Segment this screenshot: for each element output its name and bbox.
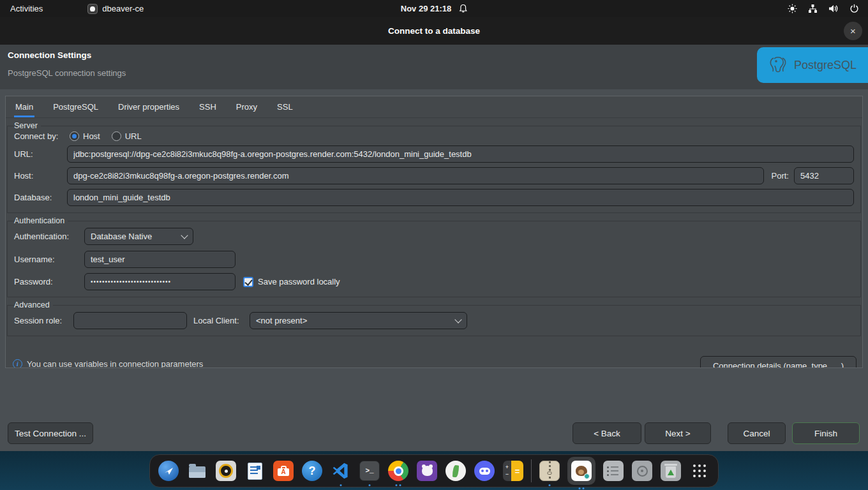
info-icon: i [13, 359, 22, 368]
local-client-select[interactable]: <not present> [250, 312, 467, 329]
host-label: Host: [14, 171, 67, 181]
next-button[interactable]: Next > [645, 422, 711, 444]
activities-button[interactable]: Activities [10, 4, 43, 13]
database-label: Database: [14, 193, 67, 202]
dialog-title: Connect to a database [388, 26, 480, 36]
thunderbird-icon[interactable] [158, 460, 179, 482]
radio-connect-by-host[interactable]: Host [70, 131, 100, 141]
dbeaver-icon[interactable] [567, 457, 595, 485]
clock-label: Nov 29 21:18 [401, 4, 452, 13]
libreoffice-writer-icon[interactable] [244, 460, 266, 482]
dialog-titlebar[interactable]: Connect to a database × [0, 17, 868, 45]
chevron-down-icon [454, 316, 461, 323]
port-input[interactable] [794, 167, 854, 184]
local-client-label: Local Client: [193, 316, 250, 325]
tab-driver-properties[interactable]: Driver properties [117, 96, 181, 117]
save-password-checkbox[interactable] [243, 277, 253, 287]
radio-host-dot [70, 131, 79, 141]
postgresql-logo: PostgreSQL [757, 47, 868, 83]
trash-icon[interactable] [660, 460, 682, 482]
url-label: URL: [14, 149, 67, 159]
archive-manager-icon[interactable] [539, 460, 560, 482]
focused-app-name: dbeaver-ce [102, 4, 144, 13]
discord-icon[interactable] [474, 460, 495, 482]
tab-bar: Main PostgreSQL Driver properties SSH Pr… [6, 96, 862, 118]
port-label: Port: [772, 171, 789, 181]
connect-database-dialog: Connect to a database × Connection Setti… [0, 17, 868, 451]
connect-by-label: Connect by: [14, 131, 70, 141]
database-input[interactable] [67, 189, 854, 206]
username-input[interactable] [84, 251, 236, 268]
server-group-legend: Server [14, 121, 41, 130]
authentication-label: Authentication: [14, 232, 84, 241]
page-title: Connection Settings [8, 50, 91, 60]
clock-menu[interactable]: Nov 29 21:18 [401, 4, 468, 13]
host-input[interactable] [67, 167, 764, 184]
back-button[interactable]: < Back [572, 422, 641, 444]
session-role-input[interactable] [73, 312, 187, 329]
session-role-label: Session role: [14, 316, 73, 325]
authentication-group: Authentication Authentication: Database … [7, 216, 861, 297]
close-icon[interactable]: × [844, 22, 862, 40]
save-password-label: Save password locally [258, 277, 340, 286]
files-icon[interactable] [186, 460, 208, 482]
app-grid-icon[interactable] [689, 460, 710, 482]
volume-icon [828, 4, 839, 13]
password-label: Password: [14, 277, 84, 286]
postgresql-logo-text: PostgreSQL [794, 59, 857, 72]
screen: Activities dbeaver-ce Nov 29 21:18 [0, 0, 868, 490]
ubuntu-software-icon[interactable]: A [273, 460, 294, 482]
username-label: Username: [14, 255, 84, 264]
calculator-icon[interactable]: +− = [502, 460, 524, 482]
password-input[interactable] [84, 273, 236, 290]
content-footer: i You can use variables in connection pa… [13, 356, 857, 368]
chrome-icon[interactable] [387, 460, 409, 482]
tab-ssh[interactable]: SSH [198, 96, 218, 117]
cancel-button[interactable]: Cancel [728, 422, 786, 444]
server-group: Server Connect by: Host URL URL: [7, 121, 861, 213]
test-connection-button[interactable]: Test Connection ... [8, 422, 93, 444]
vscode-icon[interactable] [330, 460, 352, 482]
postgresql-elephant-icon [767, 54, 789, 76]
connection-details-button[interactable]: Connection details (name, type, ... ) [700, 356, 857, 368]
dock: A ? >_ [149, 454, 719, 487]
tab-proxy[interactable]: Proxy [235, 96, 258, 117]
local-client-value: <not present> [256, 316, 307, 325]
advanced-group: Advanced Session role: Local Client: <no… [7, 301, 861, 336]
dialog-button-row: Test Connection ... < Back Next > Cancel… [8, 422, 860, 444]
rhythmbox-icon[interactable] [215, 460, 237, 482]
variables-hint: i You can use variables in connection pa… [13, 359, 203, 368]
connection-settings-panel: Main PostgreSQL Driver properties SSH Pr… [5, 96, 863, 368]
chevron-down-icon [181, 232, 188, 239]
variables-hint-text: You can use variables in connection para… [27, 359, 203, 368]
top-panel: Activities dbeaver-ce Nov 29 21:18 [0, 0, 868, 17]
disks-icon[interactable] [631, 460, 653, 482]
dbeaver-app-icon [87, 4, 98, 14]
system-status-area[interactable] [788, 4, 859, 13]
url-input[interactable] [67, 145, 854, 163]
focused-app-menu[interactable]: dbeaver-ce [87, 4, 144, 14]
dock-separator [531, 459, 532, 482]
mongodb-icon[interactable] [445, 460, 467, 482]
finish-button[interactable]: Finish [792, 422, 860, 444]
notification-bell-icon [458, 4, 467, 13]
authentication-select[interactable]: Database Native [84, 228, 193, 245]
github-desktop-icon[interactable] [416, 460, 438, 482]
advanced-group-legend: Advanced [14, 301, 53, 309]
desktop-wallpaper: A ? >_ [0, 451, 868, 490]
tab-main[interactable]: Main [14, 96, 34, 117]
help-icon[interactable]: ? [301, 460, 323, 482]
radio-url-dot [112, 131, 121, 141]
dialog-header: Connection Settings PostgreSQL connectio… [0, 45, 868, 89]
network-icon [808, 4, 818, 13]
brightness-icon [788, 4, 797, 13]
authentication-value: Database Native [91, 232, 152, 241]
authentication-group-legend: Authentication [14, 216, 68, 225]
power-icon [849, 4, 859, 13]
radio-connect-by-url[interactable]: URL [112, 131, 142, 141]
tab-postgresql[interactable]: PostgreSQL [52, 96, 100, 117]
system-config-icon[interactable] [602, 460, 624, 482]
page-subtitle: PostgreSQL connection settings [8, 68, 126, 78]
tab-ssl[interactable]: SSL [276, 96, 294, 117]
terminal-icon[interactable]: >_ [359, 460, 380, 482]
